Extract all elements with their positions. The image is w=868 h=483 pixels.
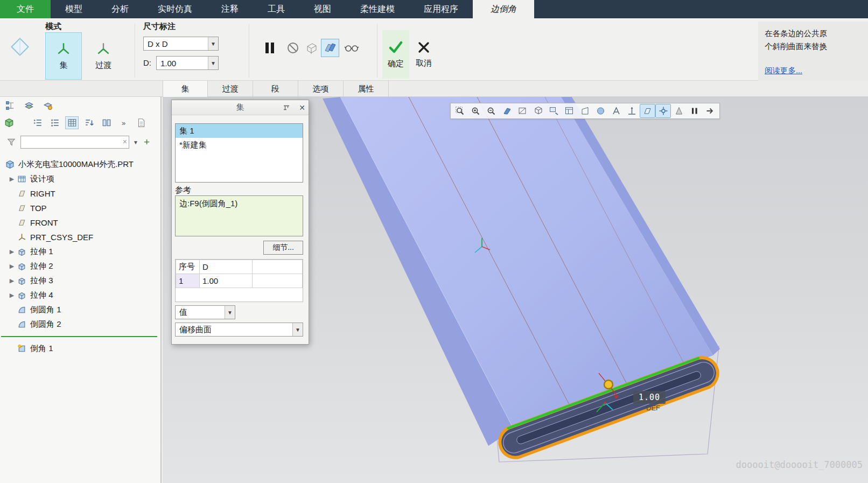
menu-annotate[interactable]: 注释 [207,0,253,18]
tree-item-csys[interactable]: ▶ PRT_CSYS_DEF [0,230,159,244]
tab-properties[interactable]: 属性 [344,81,389,97]
sort-tree-icon[interactable] [82,116,96,129]
expand-arrow-icon[interactable]: ▶ [8,277,16,284]
tree-item-right-plane[interactable]: ▶ RIGHT [0,186,159,201]
expand-arrow-icon[interactable]: ▶ [8,248,16,255]
3d-dragger-icon[interactable] [671,104,687,118]
layer-tree-icon[interactable] [22,99,36,112]
repaint-icon[interactable] [499,104,515,118]
expand-arrow-icon[interactable]: ▶ [8,263,16,270]
pause-icon[interactable] [687,104,702,118]
attached-preview-button[interactable] [321,39,339,57]
extrude-icon [17,247,26,256]
sets-mode-button[interactable]: 集 [45,32,82,80]
tree-item-extrude-1[interactable]: ▶ 拉伸 1 [0,244,159,259]
tree-filter-input[interactable] [21,136,129,148]
tree-filters-icon[interactable] [31,116,44,129]
annotation-display-icon[interactable] [608,104,624,118]
menu-live-simulation[interactable]: 实时仿真 [143,0,207,18]
column-display-icon[interactable] [100,116,113,129]
value-type-dropdown[interactable]: 值 ▼ [175,305,235,319]
active-model-icon[interactable] [2,116,16,129]
tree-root-part[interactable]: 小米充电宝10000MAH外壳.PRT [0,157,159,172]
zoom-out-icon[interactable] [484,104,499,118]
details-button[interactable]: 细节... [263,241,303,255]
display-style-icon[interactable] [530,104,546,118]
menu-model[interactable]: 模型 [51,0,97,18]
chamfer-dimension-label[interactable]: 1.00 [633,391,666,404]
spin-center-toggle-icon[interactable] [655,104,671,118]
view-manager-icon[interactable] [562,104,577,118]
pause-feature-button[interactable] [261,39,279,57]
tree-grid-view-icon[interactable] [65,116,79,129]
tree-item-round-1[interactable]: ▶ 倒圆角 1 [0,303,159,317]
tree-columns-list-icon[interactable] [48,116,61,129]
transitions-mode-icon [96,41,111,57]
tree-item-top-plane[interactable]: ▶ TOP [0,201,159,215]
read-more-link[interactable]: 阅读更多... [765,66,802,76]
dock-pin-icon[interactable] [283,104,296,111]
cancel-button[interactable]: 取消 [410,30,437,79]
menu-tools[interactable]: 工具 [253,0,299,18]
saved-orientations-icon[interactable] [546,104,562,118]
filter-dropdown-icon[interactable]: ▼ [132,139,139,145]
references-collector[interactable]: 边:F9(倒圆角_1) [175,195,303,236]
table-header-index: 序号 [176,260,200,274]
navigator-tree-icon[interactable] [3,99,17,112]
ok-button[interactable]: 确定 [382,30,409,79]
tree-item-front-plane[interactable]: ▶ FRONT [0,215,159,230]
tree-item-round-2[interactable]: ▶ 倒圆角 2 [0,317,159,332]
tab-pieces[interactable]: 段 [253,81,298,97]
set-list-item-selected[interactable]: 集 1 [176,124,303,138]
close-icon[interactable]: ✕ [296,103,309,112]
scene-icon[interactable] [593,104,608,118]
d-value-dropdown[interactable]: 1.00 ▼ [156,56,219,70]
menu-view[interactable]: 视图 [299,0,346,18]
tree-item-extrude-4[interactable]: ▶ 拉伸 4 [0,288,159,303]
datum-display-icon[interactable] [640,104,655,118]
dashboard-tabstrip: 集 过渡 段 选项 属性 [0,81,868,97]
clear-filter-icon[interactable]: × [123,137,127,146]
verify-glasses-button[interactable] [342,39,361,57]
tab-sets[interactable]: 集 [163,81,208,97]
menu-file[interactable]: 文件 [0,0,51,18]
no-preview-button[interactable] [284,39,302,57]
datum-plane-icon [17,204,26,213]
layer-settings-icon[interactable] [41,99,54,112]
dimension-drag-handle[interactable] [604,380,613,389]
tree-item-extrude-3[interactable]: ▶ 拉伸 3 [0,274,159,288]
tab-options[interactable]: 选项 [298,81,344,97]
menu-analysis[interactable]: 分析 [97,0,143,18]
axis-display-icon[interactable] [624,104,640,118]
more-tools-chevron-icon[interactable]: » [117,116,130,129]
tab-transitions[interactable]: 过渡 [208,81,253,97]
d-value: 1.00 [157,59,208,68]
expand-arrow-icon[interactable]: ▶ [8,292,16,299]
refit-icon[interactable] [452,104,468,118]
tree-item-chamfer-1-pending[interactable]: ▶ 倒角 1 [0,341,159,356]
table-cell-index[interactable]: 1 [176,274,200,288]
table-cell-d-value[interactable]: 1.00 [200,274,253,288]
transitions-mode-button[interactable]: 过渡 [85,32,122,80]
add-filter-icon[interactable]: + [142,136,151,148]
tree-item-extrude-2[interactable]: ▶ 拉伸 2 [0,259,159,274]
wireframe-preview-button[interactable] [303,39,321,57]
perspective-icon[interactable] [577,104,593,118]
zoom-in-icon[interactable] [468,104,484,118]
sets-panel-titlebar[interactable]: 集 ✕ [172,100,309,115]
render-style-icon[interactable] [515,104,530,118]
measure-surface-dropdown[interactable]: 偏移曲面 ▼ [175,323,303,337]
tree-item-design-items[interactable]: ▶ 设计项 [0,172,159,186]
exit-resume-icon[interactable] [702,104,718,118]
chamfer-sets-list[interactable]: 集 1 *新建集 [175,123,303,183]
menu-flexible-modeling[interactable]: 柔性建模 [346,0,409,18]
set-list-item-new[interactable]: *新建集 [176,138,303,152]
chamfer-scheme-dropdown[interactable]: D x D ▼ [143,37,219,51]
expand-arrow-icon[interactable]: ▶ [8,176,16,183]
tree-document-icon[interactable] [134,116,148,129]
menu-edge-chamfer-active[interactable]: 边倒角 [473,0,534,18]
reference-item[interactable]: 边:F9(倒圆角_1) [179,199,299,209]
datum-plane-icon [17,189,26,198]
menu-applications[interactable]: 应用程序 [409,0,473,18]
insert-indicator-line[interactable] [1,336,157,337]
